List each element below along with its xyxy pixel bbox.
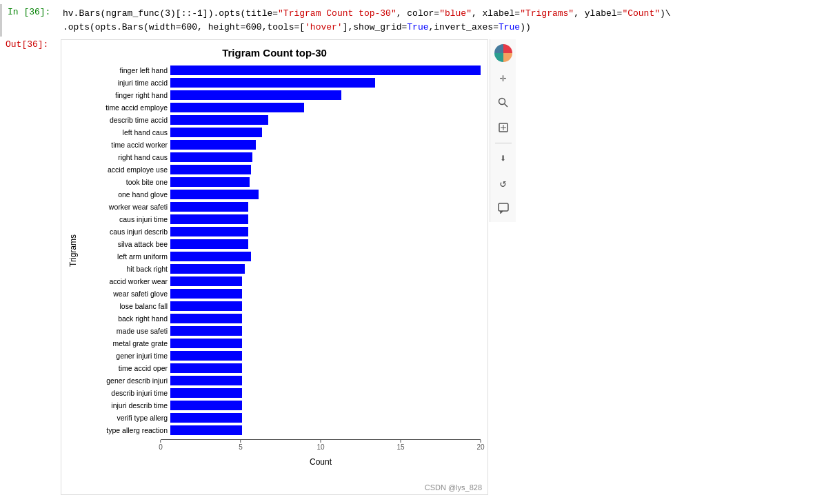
bar-track: [170, 314, 481, 323]
output-prompt: Out[36]:: [6, 39, 61, 50]
table-row: back right hand: [81, 312, 481, 324]
bar-track: [170, 152, 481, 162]
refresh-button[interactable]: ↺: [494, 174, 513, 193]
bar-track: [170, 363, 481, 373]
bar-label: left hand caus: [81, 128, 170, 137]
bar-fill: [170, 140, 256, 150]
table-row: made use safeti: [81, 325, 481, 336]
bar-label: finger right hand: [81, 91, 170, 99]
bar-fill: [170, 252, 251, 261]
chart-container: Trigram Count top-30 Trigrams finger lef…: [61, 39, 488, 495]
bar-label: finger left hand: [81, 66, 170, 74]
bar-label: worker wear safeti: [81, 203, 170, 211]
bar-track: [170, 227, 481, 236]
bar-track: [170, 339, 481, 348]
download-button[interactable]: ⬇: [494, 149, 513, 168]
bar-label: took bite one: [81, 178, 170, 186]
bar-fill: [170, 165, 251, 174]
bar-fill: [170, 65, 481, 75]
bar-fill: [170, 326, 242, 336]
table-row: gener describ injuri: [81, 374, 481, 386]
table-row: caus injuri time: [81, 213, 481, 225]
table-row: describ injuri time: [81, 387, 481, 399]
bar-track: [170, 165, 481, 174]
bar-fill: [170, 115, 268, 125]
bar-track: [170, 128, 481, 137]
bar-track: [170, 376, 481, 385]
comment-button[interactable]: [494, 199, 513, 218]
bar-track: [170, 252, 481, 261]
input-prompt: In [36]:: [8, 7, 63, 17]
bar-fill: [170, 214, 248, 224]
table-row: finger right hand: [81, 89, 481, 101]
bar-chart: finger left handinjuri time accidfinger …: [81, 64, 481, 436]
bar-label: back right hand: [81, 314, 170, 323]
bar-fill: [170, 339, 242, 348]
x-tick: 10: [316, 440, 324, 451]
bar-label: describ time accid: [81, 116, 170, 124]
table-row: caus injuri describ: [81, 225, 481, 237]
y-axis-label: Trigrams: [68, 234, 78, 267]
bar-fill: [170, 363, 242, 373]
bar-fill: [170, 264, 245, 274]
bar-label: silva attack bee: [81, 240, 170, 248]
table-row: describ time accid: [81, 114, 481, 125]
bar-label: metal grate grate: [81, 339, 170, 347]
table-row: right hand caus: [81, 151, 481, 163]
bar-fill: [170, 351, 242, 361]
bar-label: caus injuri time: [81, 215, 170, 223]
bar-label: gener injuri time: [81, 352, 170, 360]
table-row: type allerg reaction: [81, 424, 481, 436]
bar-label: one hand glove: [81, 190, 170, 199]
svg-rect-5: [499, 203, 508, 211]
table-row: hit back right: [81, 263, 481, 274]
table-row: wear safeti glove: [81, 288, 481, 299]
bar-fill: [170, 425, 242, 435]
table-row: time accid worker: [81, 139, 481, 150]
bar-fill: [170, 227, 248, 236]
table-row: injuri describ time: [81, 399, 481, 411]
x-axis-label-row: Count: [68, 457, 481, 467]
bar-label: verifi type allerg: [81, 414, 170, 422]
table-row: metal grate grate: [81, 337, 481, 349]
bar-fill: [170, 177, 250, 187]
bar-track: [170, 214, 481, 224]
table-row: took bite one: [81, 176, 481, 188]
table-row: left arm uniform: [81, 250, 481, 262]
bar-track: [170, 103, 481, 112]
bar-track: [170, 202, 481, 212]
x-tick: 20: [476, 440, 484, 451]
bar-track: [170, 177, 481, 187]
bar-track: [170, 276, 481, 286]
bar-track: [170, 401, 481, 410]
bar-fill: [170, 276, 242, 286]
bar-label: made use safeti: [81, 327, 170, 335]
watermark: CSDN @lys_828: [425, 483, 482, 492]
pan-button[interactable]: ✛: [494, 68, 513, 88]
table-row: silva attack bee: [81, 238, 481, 250]
x-axis-label: Count: [161, 457, 481, 467]
table-row: injuri time accid: [81, 77, 481, 88]
hv-logo-button[interactable]: [494, 43, 513, 63]
bar-fill: [170, 301, 242, 311]
zoom-button[interactable]: [494, 93, 513, 112]
toolbar-divider-1: [495, 143, 512, 143]
bar-label: time accid worker: [81, 141, 170, 149]
x-tick: 15: [396, 440, 404, 451]
bar-fill: [170, 289, 242, 299]
bar-label: lose balanc fall: [81, 302, 170, 310]
table-row: time accid employe: [81, 101, 481, 113]
bar-label: hit back right: [81, 265, 170, 273]
bar-track: [170, 289, 481, 299]
bar-label: caus injuri describ: [81, 228, 170, 236]
bar-label: time accid employe: [81, 103, 170, 112]
bar-fill: [170, 190, 259, 199]
bar-fill: [170, 202, 248, 212]
bar-fill: [170, 103, 304, 112]
comment-icon: [498, 203, 509, 214]
bar-fill: [170, 413, 242, 423]
table-row: one hand glove: [81, 188, 481, 200]
table-row: time accid oper: [81, 362, 481, 374]
zoom-icon: [498, 97, 509, 108]
box-zoom-button[interactable]: [494, 118, 513, 137]
